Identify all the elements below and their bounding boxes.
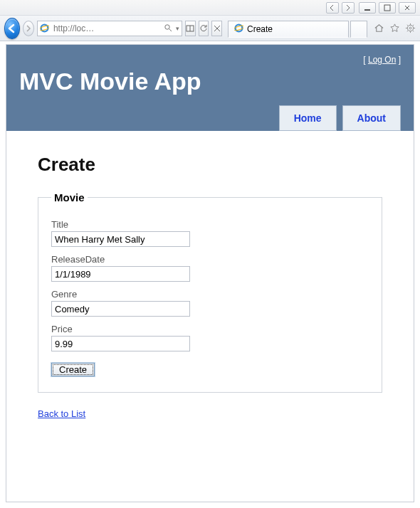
stop-button[interactable] bbox=[211, 21, 222, 36]
back-button[interactable] bbox=[4, 18, 20, 39]
logon-row: [ Log On ] bbox=[19, 55, 401, 68]
svg-point-9 bbox=[407, 25, 413, 31]
ie-logo-icon bbox=[234, 23, 243, 35]
svg-line-5 bbox=[169, 28, 172, 31]
app-header: [ Log On ] MVC Movie App Home About bbox=[6, 45, 414, 131]
window-titlebar bbox=[0, 0, 420, 16]
releasedate-label: ReleaseDate bbox=[51, 254, 369, 265]
price-label: Price bbox=[51, 324, 369, 334]
search-icon[interactable] bbox=[164, 23, 174, 33]
favorites-icon[interactable] bbox=[389, 23, 400, 34]
compat-view-icon[interactable] bbox=[185, 21, 196, 36]
logon-link[interactable]: Log On bbox=[368, 55, 396, 65]
home-icon[interactable] bbox=[373, 23, 384, 34]
new-tab-button[interactable] bbox=[350, 21, 367, 38]
back-to-list-link[interactable]: Back to List bbox=[38, 408, 85, 419]
browser-tab-active[interactable]: Create bbox=[228, 21, 349, 38]
price-input[interactable] bbox=[51, 336, 190, 351]
minimize-button[interactable] bbox=[359, 2, 376, 14]
tools-icon[interactable] bbox=[404, 23, 416, 34]
snap-left-icon[interactable] bbox=[326, 2, 339, 14]
address-input[interactable] bbox=[52, 23, 162, 34]
forward-button[interactable] bbox=[23, 21, 34, 36]
title-input[interactable] bbox=[51, 231, 190, 247]
browser-nav-row: ▾ Create bbox=[0, 16, 420, 41]
dropdown-icon[interactable]: ▾ bbox=[176, 25, 179, 32]
app-title: MVC Movie App bbox=[19, 68, 401, 95]
nav-tabs: Home About bbox=[19, 105, 401, 131]
genre-input[interactable] bbox=[51, 301, 190, 317]
create-button[interactable]: Create bbox=[51, 363, 95, 376]
nav-tab-about[interactable]: About bbox=[342, 105, 401, 131]
refresh-button[interactable] bbox=[199, 21, 209, 36]
browser-viewport: [ Log On ] MVC Movie App Home About Crea… bbox=[6, 44, 414, 502]
page-heading: Create bbox=[38, 154, 382, 176]
nav-tab-home[interactable]: Home bbox=[279, 105, 337, 131]
address-bar[interactable]: ▾ bbox=[37, 21, 182, 36]
svg-rect-1 bbox=[384, 5, 390, 11]
ie-logo-icon bbox=[40, 23, 50, 33]
content-area: Create Movie Title ReleaseDate Genre Pri… bbox=[38, 154, 382, 419]
title-label: Title bbox=[51, 219, 369, 230]
releasedate-input[interactable] bbox=[51, 266, 190, 282]
svg-point-10 bbox=[409, 27, 411, 29]
movie-fieldset: Movie Title ReleaseDate Genre Price bbox=[38, 191, 382, 393]
close-button[interactable] bbox=[399, 2, 416, 14]
maximize-button[interactable] bbox=[379, 2, 396, 14]
svg-point-4 bbox=[165, 24, 169, 28]
browser-tab-title: Create bbox=[247, 24, 273, 34]
fieldset-legend: Movie bbox=[51, 191, 88, 203]
svg-rect-0 bbox=[364, 9, 370, 11]
genre-label: Genre bbox=[51, 289, 369, 300]
snap-right-icon[interactable] bbox=[342, 2, 355, 14]
